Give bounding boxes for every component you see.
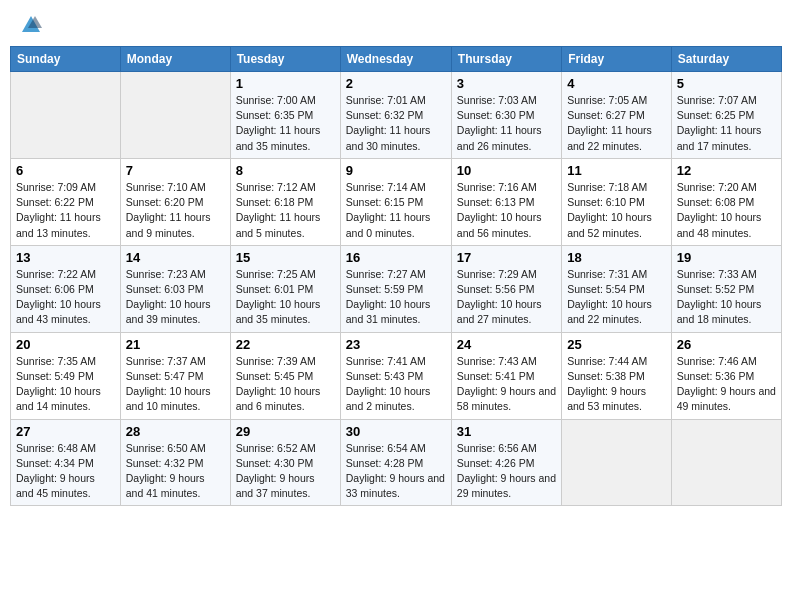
day-info: Sunrise: 7:29 AMSunset: 5:56 PMDaylight:… xyxy=(457,267,556,328)
day-info: Sunrise: 7:14 AMSunset: 6:15 PMDaylight:… xyxy=(346,180,446,241)
calendar-cell: 4Sunrise: 7:05 AMSunset: 6:27 PMDaylight… xyxy=(562,72,672,159)
day-info: Sunrise: 7:07 AMSunset: 6:25 PMDaylight:… xyxy=(677,93,776,154)
day-number: 17 xyxy=(457,250,556,265)
day-info: Sunrise: 6:52 AMSunset: 4:30 PMDaylight:… xyxy=(236,441,335,502)
day-info: Sunrise: 6:48 AMSunset: 4:34 PMDaylight:… xyxy=(16,441,115,502)
day-info: Sunrise: 7:35 AMSunset: 5:49 PMDaylight:… xyxy=(16,354,115,415)
calendar-cell: 29Sunrise: 6:52 AMSunset: 4:30 PMDayligh… xyxy=(230,419,340,506)
day-number: 9 xyxy=(346,163,446,178)
day-info: Sunrise: 7:33 AMSunset: 5:52 PMDaylight:… xyxy=(677,267,776,328)
day-number: 23 xyxy=(346,337,446,352)
day-number: 10 xyxy=(457,163,556,178)
calendar-cell: 25Sunrise: 7:44 AMSunset: 5:38 PMDayligh… xyxy=(562,332,672,419)
weekday-header-wednesday: Wednesday xyxy=(340,47,451,72)
calendar-cell: 10Sunrise: 7:16 AMSunset: 6:13 PMDayligh… xyxy=(451,158,561,245)
day-number: 16 xyxy=(346,250,446,265)
weekday-header-thursday: Thursday xyxy=(451,47,561,72)
day-number: 12 xyxy=(677,163,776,178)
day-number: 20 xyxy=(16,337,115,352)
day-info: Sunrise: 7:37 AMSunset: 5:47 PMDaylight:… xyxy=(126,354,225,415)
calendar-cell: 11Sunrise: 7:18 AMSunset: 6:10 PMDayligh… xyxy=(562,158,672,245)
calendar-cell: 28Sunrise: 6:50 AMSunset: 4:32 PMDayligh… xyxy=(120,419,230,506)
day-number: 7 xyxy=(126,163,225,178)
calendar-cell: 3Sunrise: 7:03 AMSunset: 6:30 PMDaylight… xyxy=(451,72,561,159)
logo-icon xyxy=(20,14,42,36)
calendar-cell: 1Sunrise: 7:00 AMSunset: 6:35 PMDaylight… xyxy=(230,72,340,159)
calendar-table: SundayMondayTuesdayWednesdayThursdayFrid… xyxy=(10,46,782,506)
day-number: 11 xyxy=(567,163,666,178)
day-number: 2 xyxy=(346,76,446,91)
calendar-cell: 13Sunrise: 7:22 AMSunset: 6:06 PMDayligh… xyxy=(11,245,121,332)
day-info: Sunrise: 6:54 AMSunset: 4:28 PMDaylight:… xyxy=(346,441,446,502)
calendar-cell: 17Sunrise: 7:29 AMSunset: 5:56 PMDayligh… xyxy=(451,245,561,332)
day-info: Sunrise: 7:10 AMSunset: 6:20 PMDaylight:… xyxy=(126,180,225,241)
logo xyxy=(18,14,42,36)
calendar-cell: 21Sunrise: 7:37 AMSunset: 5:47 PMDayligh… xyxy=(120,332,230,419)
calendar-cell: 20Sunrise: 7:35 AMSunset: 5:49 PMDayligh… xyxy=(11,332,121,419)
calendar-cell xyxy=(562,419,672,506)
calendar-cell: 31Sunrise: 6:56 AMSunset: 4:26 PMDayligh… xyxy=(451,419,561,506)
day-info: Sunrise: 7:23 AMSunset: 6:03 PMDaylight:… xyxy=(126,267,225,328)
calendar-cell xyxy=(11,72,121,159)
day-number: 3 xyxy=(457,76,556,91)
day-number: 22 xyxy=(236,337,335,352)
day-number: 19 xyxy=(677,250,776,265)
day-number: 21 xyxy=(126,337,225,352)
calendar-cell: 15Sunrise: 7:25 AMSunset: 6:01 PMDayligh… xyxy=(230,245,340,332)
day-info: Sunrise: 7:31 AMSunset: 5:54 PMDaylight:… xyxy=(567,267,666,328)
calendar-cell: 18Sunrise: 7:31 AMSunset: 5:54 PMDayligh… xyxy=(562,245,672,332)
day-info: Sunrise: 7:27 AMSunset: 5:59 PMDaylight:… xyxy=(346,267,446,328)
weekday-header-saturday: Saturday xyxy=(671,47,781,72)
day-number: 6 xyxy=(16,163,115,178)
calendar-cell: 23Sunrise: 7:41 AMSunset: 5:43 PMDayligh… xyxy=(340,332,451,419)
calendar-cell: 2Sunrise: 7:01 AMSunset: 6:32 PMDaylight… xyxy=(340,72,451,159)
day-info: Sunrise: 7:20 AMSunset: 6:08 PMDaylight:… xyxy=(677,180,776,241)
day-info: Sunrise: 7:43 AMSunset: 5:41 PMDaylight:… xyxy=(457,354,556,415)
day-number: 15 xyxy=(236,250,335,265)
day-number: 26 xyxy=(677,337,776,352)
day-info: Sunrise: 7:18 AMSunset: 6:10 PMDaylight:… xyxy=(567,180,666,241)
day-info: Sunrise: 7:09 AMSunset: 6:22 PMDaylight:… xyxy=(16,180,115,241)
day-number: 24 xyxy=(457,337,556,352)
day-info: Sunrise: 7:00 AMSunset: 6:35 PMDaylight:… xyxy=(236,93,335,154)
day-number: 8 xyxy=(236,163,335,178)
weekday-header-sunday: Sunday xyxy=(11,47,121,72)
day-info: Sunrise: 7:03 AMSunset: 6:30 PMDaylight:… xyxy=(457,93,556,154)
day-info: Sunrise: 6:50 AMSunset: 4:32 PMDaylight:… xyxy=(126,441,225,502)
day-info: Sunrise: 7:01 AMSunset: 6:32 PMDaylight:… xyxy=(346,93,446,154)
day-number: 30 xyxy=(346,424,446,439)
calendar-cell: 19Sunrise: 7:33 AMSunset: 5:52 PMDayligh… xyxy=(671,245,781,332)
day-info: Sunrise: 6:56 AMSunset: 4:26 PMDaylight:… xyxy=(457,441,556,502)
calendar-cell: 16Sunrise: 7:27 AMSunset: 5:59 PMDayligh… xyxy=(340,245,451,332)
day-info: Sunrise: 7:22 AMSunset: 6:06 PMDaylight:… xyxy=(16,267,115,328)
day-number: 4 xyxy=(567,76,666,91)
day-info: Sunrise: 7:41 AMSunset: 5:43 PMDaylight:… xyxy=(346,354,446,415)
day-number: 5 xyxy=(677,76,776,91)
day-info: Sunrise: 7:46 AMSunset: 5:36 PMDaylight:… xyxy=(677,354,776,415)
calendar-cell: 7Sunrise: 7:10 AMSunset: 6:20 PMDaylight… xyxy=(120,158,230,245)
day-info: Sunrise: 7:44 AMSunset: 5:38 PMDaylight:… xyxy=(567,354,666,415)
calendar-cell: 27Sunrise: 6:48 AMSunset: 4:34 PMDayligh… xyxy=(11,419,121,506)
day-number: 13 xyxy=(16,250,115,265)
weekday-header-friday: Friday xyxy=(562,47,672,72)
day-number: 27 xyxy=(16,424,115,439)
calendar-cell: 12Sunrise: 7:20 AMSunset: 6:08 PMDayligh… xyxy=(671,158,781,245)
day-number: 25 xyxy=(567,337,666,352)
day-number: 29 xyxy=(236,424,335,439)
day-number: 28 xyxy=(126,424,225,439)
day-number: 1 xyxy=(236,76,335,91)
day-number: 31 xyxy=(457,424,556,439)
day-info: Sunrise: 7:16 AMSunset: 6:13 PMDaylight:… xyxy=(457,180,556,241)
calendar-cell: 6Sunrise: 7:09 AMSunset: 6:22 PMDaylight… xyxy=(11,158,121,245)
day-info: Sunrise: 7:25 AMSunset: 6:01 PMDaylight:… xyxy=(236,267,335,328)
calendar-cell: 30Sunrise: 6:54 AMSunset: 4:28 PMDayligh… xyxy=(340,419,451,506)
page-header xyxy=(10,10,782,40)
day-info: Sunrise: 7:12 AMSunset: 6:18 PMDaylight:… xyxy=(236,180,335,241)
day-number: 14 xyxy=(126,250,225,265)
calendar-cell: 24Sunrise: 7:43 AMSunset: 5:41 PMDayligh… xyxy=(451,332,561,419)
calendar-cell: 9Sunrise: 7:14 AMSunset: 6:15 PMDaylight… xyxy=(340,158,451,245)
day-info: Sunrise: 7:05 AMSunset: 6:27 PMDaylight:… xyxy=(567,93,666,154)
calendar-cell: 8Sunrise: 7:12 AMSunset: 6:18 PMDaylight… xyxy=(230,158,340,245)
calendar-cell xyxy=(671,419,781,506)
weekday-header-monday: Monday xyxy=(120,47,230,72)
